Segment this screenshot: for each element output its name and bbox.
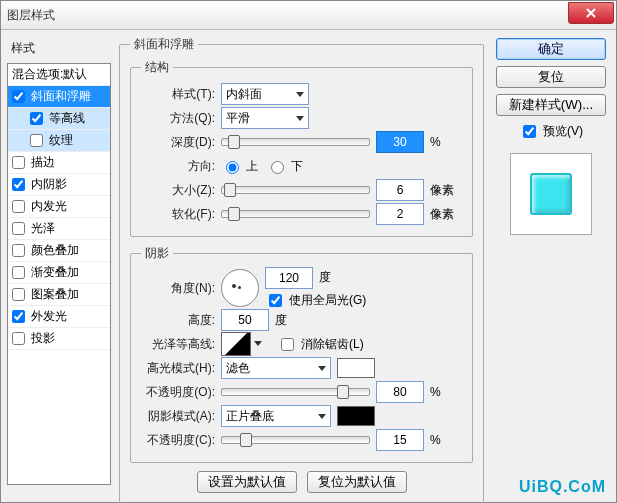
shadow-mode-label: 阴影模式(A): [141, 408, 215, 425]
direction-label: 方向: [141, 158, 215, 175]
ok-button[interactable]: 确定 [496, 38, 606, 60]
preview-toggle[interactable]: 预览(V) [519, 122, 583, 141]
chevron-down-icon [296, 92, 304, 97]
style-combo-value: 内斜面 [226, 86, 262, 103]
technique-label: 方法(Q): [141, 110, 215, 127]
style-check-outer-glow[interactable] [12, 310, 25, 323]
structure-legend: 结构 [141, 59, 173, 76]
direction-down[interactable]: 下 [266, 158, 303, 175]
angle-dial[interactable] [221, 269, 259, 307]
highlight-opacity-slider[interactable] [221, 388, 370, 396]
close-icon [586, 8, 596, 18]
style-label: 内发光 [31, 198, 67, 215]
depth-input[interactable] [376, 131, 424, 153]
watermark: UiBQ.CoM [519, 478, 606, 496]
style-check-bevel[interactable] [12, 90, 25, 103]
antialias[interactable]: 消除锯齿(L) [277, 335, 364, 354]
gloss-contour-label: 光泽等高线: [141, 336, 215, 353]
shadow-color-swatch[interactable] [337, 406, 375, 426]
style-row-satin[interactable]: 光泽 [8, 218, 110, 240]
reset-default-button[interactable]: 复位为默认值 [307, 471, 407, 493]
bevel-legend: 斜面和浮雕 [130, 36, 198, 53]
dialog-content: 样式 混合选项:默认 斜面和浮雕 等高线 纹理 [1, 30, 616, 503]
highlight-opacity-input[interactable] [376, 381, 424, 403]
depth-slider[interactable] [221, 138, 370, 146]
style-check-drop-shadow[interactable] [12, 332, 25, 345]
shading-legend: 阴影 [141, 245, 173, 262]
style-check-inner-glow[interactable] [12, 200, 25, 213]
size-input[interactable] [376, 179, 424, 201]
blend-options-label: 混合选项:默认 [12, 66, 87, 83]
style-row-drop-shadow[interactable]: 投影 [8, 328, 110, 350]
style-check-satin[interactable] [12, 222, 25, 235]
style-row-texture[interactable]: 纹理 [8, 130, 110, 152]
styles-list: 混合选项:默认 斜面和浮雕 等高线 纹理 描边 [7, 63, 111, 485]
style-row-contour[interactable]: 等高线 [8, 108, 110, 130]
style-combo[interactable]: 内斜面 [221, 83, 309, 105]
style-row-inner-glow[interactable]: 内发光 [8, 196, 110, 218]
style-check-inner-shadow[interactable] [12, 178, 25, 191]
technique-combo[interactable]: 平滑 [221, 107, 309, 129]
angle-input[interactable] [265, 267, 313, 289]
style-label: 投影 [31, 330, 55, 347]
direction-up[interactable]: 上 [221, 158, 258, 175]
style-row-inner-shadow[interactable]: 内阴影 [8, 174, 110, 196]
style-row-pattern-overlay[interactable]: 图案叠加 [8, 284, 110, 306]
angle-label: 角度(N): [141, 280, 215, 297]
style-row-outer-glow[interactable]: 外发光 [8, 306, 110, 328]
style-label: 样式(T): [141, 86, 215, 103]
style-row-bevel[interactable]: 斜面和浮雕 [8, 86, 110, 108]
style-label: 光泽 [31, 220, 55, 237]
titlebar[interactable]: 图层样式 [1, 1, 616, 30]
highlight-mode-value: 滤色 [226, 360, 250, 377]
altitude-input[interactable] [221, 309, 269, 331]
use-global-light[interactable]: 使用全局光(G) [265, 291, 366, 310]
style-label: 纹理 [49, 132, 73, 149]
blend-options-row[interactable]: 混合选项:默认 [8, 64, 110, 86]
preview-swatch [530, 173, 572, 215]
style-check-contour[interactable] [30, 112, 43, 125]
chevron-down-icon [318, 414, 326, 419]
angle-unit: 度 [319, 269, 331, 286]
soften-slider[interactable] [221, 210, 370, 218]
style-check-stroke[interactable] [12, 156, 25, 169]
shadow-opacity-input[interactable] [376, 429, 424, 451]
close-button[interactable] [568, 2, 614, 24]
soften-input[interactable] [376, 203, 424, 225]
make-default-button[interactable]: 设置为默认值 [197, 471, 297, 493]
size-unit: 像素 [430, 182, 462, 199]
gloss-contour-picker[interactable] [221, 332, 251, 356]
soften-label: 软化(F): [141, 206, 215, 223]
use-global-light-check[interactable] [269, 294, 282, 307]
style-row-gradient-overlay[interactable]: 渐变叠加 [8, 262, 110, 284]
style-check-color-overlay[interactable] [12, 244, 25, 257]
depth-label: 深度(D): [141, 134, 215, 151]
size-slider[interactable] [221, 186, 370, 194]
new-style-button[interactable]: 新建样式(W)... [496, 94, 606, 116]
shadow-mode-combo[interactable]: 正片叠底 [221, 405, 331, 427]
cancel-button[interactable]: 复位 [496, 66, 606, 88]
style-check-gradient-overlay[interactable] [12, 266, 25, 279]
antialias-check[interactable] [281, 338, 294, 351]
structure-fieldset: 结构 样式(T): 内斜面 方法(Q): 平滑 [130, 59, 473, 237]
style-label: 斜面和浮雕 [31, 88, 91, 105]
style-row-stroke[interactable]: 描边 [8, 152, 110, 174]
direction-up-radio[interactable] [226, 161, 239, 174]
soften-unit: 像素 [430, 206, 462, 223]
style-check-texture[interactable] [30, 134, 43, 147]
window-title: 图层样式 [7, 7, 55, 24]
shading-fieldset: 阴影 角度(N): 度 使用全局光(G) [130, 245, 473, 463]
style-label: 图案叠加 [31, 286, 79, 303]
style-check-pattern-overlay[interactable] [12, 288, 25, 301]
highlight-color-swatch[interactable] [337, 358, 375, 378]
shadow-opacity-slider[interactable] [221, 436, 370, 444]
chevron-down-icon [318, 366, 326, 371]
altitude-unit: 度 [275, 312, 287, 329]
style-row-color-overlay[interactable]: 颜色叠加 [8, 240, 110, 262]
highlight-mode-combo[interactable]: 滤色 [221, 357, 331, 379]
preview-check[interactable] [523, 125, 536, 138]
style-label: 描边 [31, 154, 55, 171]
direction-down-radio[interactable] [271, 161, 284, 174]
bevel-fieldset: 斜面和浮雕 结构 样式(T): 内斜面 方法(Q): 平滑 [119, 36, 484, 503]
technique-combo-value: 平滑 [226, 110, 250, 127]
